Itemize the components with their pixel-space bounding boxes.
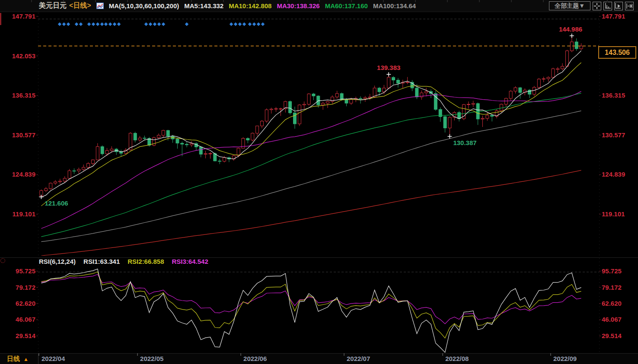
svg-text:136.315: 136.315 [602, 92, 625, 99]
period-up-arrow-icon[interactable]: ▲ [23, 356, 29, 362]
svg-text:121.606: 121.606 [45, 199, 68, 207]
rsi1-value: RSI1:63.341 [83, 258, 120, 265]
rsi-indicator-header: RSI(6,12,24) RSI1:63.341 RSI2:66.858 RSI… [39, 258, 208, 265]
period-tag[interactable]: <日线> [69, 1, 91, 10]
svg-text:2022/08: 2022/08 [445, 355, 469, 362]
ma10-value: MA10:142.808 [229, 2, 271, 9]
left-edge-marker [0, 13, 1, 25]
svg-text:130.577: 130.577 [602, 131, 625, 139]
svg-text:147.791: 147.791 [602, 13, 625, 20]
svg-text:2022/07: 2022/07 [347, 355, 370, 362]
svg-text:46.067: 46.067 [16, 316, 35, 323]
svg-text:95.725: 95.725 [16, 267, 35, 275]
svg-text:139.383: 139.383 [377, 64, 400, 71]
svg-text:147.791: 147.791 [12, 13, 35, 20]
indicator-settings-icon[interactable] [0, 258, 5, 263]
indicator-readout: 美元日元 <日线> MA(5,10,30,60,100,200) MA5:143… [39, 1, 416, 10]
rsi-settings-label[interactable]: RSI(6,12,24) [39, 258, 76, 265]
footer-period-selector[interactable]: 日线 ▲ [0, 354, 38, 364]
svg-text:29.514: 29.514 [602, 332, 622, 339]
footer-period-label[interactable]: 日线 [7, 355, 20, 363]
export-pane-icon[interactable] [625, 2, 634, 10]
ma-settings-label[interactable]: MA(5,10,30,60,100,200) [109, 2, 179, 9]
ma100-value: MA100:134.64 [373, 2, 416, 9]
svg-text:95.725: 95.725 [602, 267, 622, 275]
svg-text:119.101: 119.101 [602, 210, 625, 218]
symbol-title: 美元日元 [39, 1, 67, 10]
rsi3-value: RSI3:64.542 [172, 258, 208, 265]
theme-selector-button[interactable]: 全部主题▼ [549, 1, 590, 10]
svg-text:2022/09: 2022/09 [553, 355, 577, 362]
svg-text:142.053: 142.053 [12, 52, 35, 60]
svg-text:79.172: 79.172 [602, 284, 622, 291]
svg-text:2022/06: 2022/06 [243, 355, 267, 362]
ma30-value: MA30:138.326 [277, 2, 319, 9]
svg-text:62.620: 62.620 [602, 300, 622, 307]
svg-text:124.839: 124.839 [12, 171, 35, 178]
svg-text:79.172: 79.172 [16, 284, 35, 291]
svg-text:144.986: 144.986 [559, 25, 582, 33]
svg-text:130.387: 130.387 [453, 139, 476, 146]
chart-canvas[interactable]: 147.791147.791142.053142.053136.315136.3… [0, 0, 638, 364]
fit-chart-icon[interactable] [593, 2, 601, 10]
svg-text:124.839: 124.839 [602, 171, 625, 178]
ma60-value: MA60:137.160 [325, 2, 368, 9]
svg-text:119.101: 119.101 [13, 210, 35, 218]
svg-text:46.067: 46.067 [602, 316, 622, 323]
chart-topbar: 美元日元 <日线> MA(5,10,30,60,100,200) MA5:143… [0, 0, 638, 12]
ma5-value: MA5:143.332 [184, 2, 223, 9]
svg-text:29.514: 29.514 [16, 332, 36, 339]
chart-type-icon[interactable] [96, 3, 104, 9]
svg-text:2022/04: 2022/04 [41, 355, 65, 362]
last-price-tag: 143.506 [598, 46, 636, 59]
rsi2-value: RSI2:66.858 [128, 258, 164, 265]
svg-text:136.315: 136.315 [12, 92, 35, 99]
topbar-tools: 全部主题▼ [549, 1, 634, 10]
left-scale-icon[interactable] [603, 2, 612, 10]
svg-text:2022/05: 2022/05 [140, 355, 163, 362]
svg-text:130.577: 130.577 [12, 131, 35, 139]
svg-text:62.620: 62.620 [16, 300, 35, 307]
last-price-value: 143.506 [605, 49, 630, 57]
right-scale-icon[interactable] [614, 2, 623, 10]
